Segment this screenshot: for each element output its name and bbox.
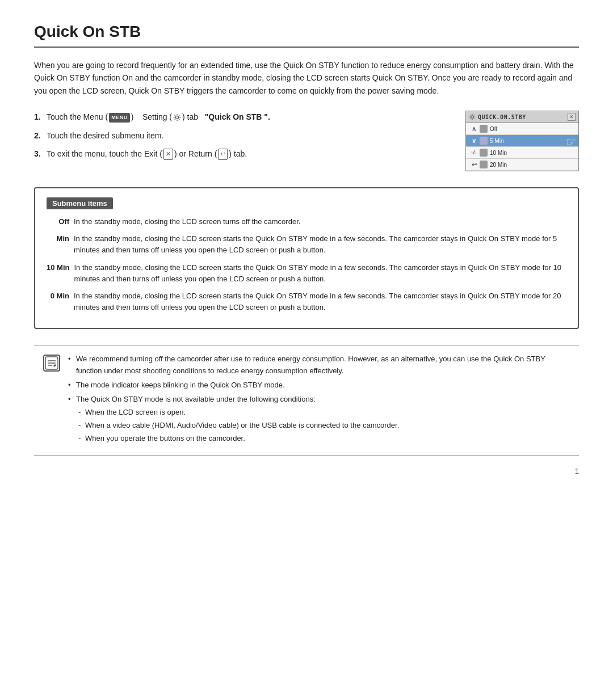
submenu-item-0min: 0 Min In the standby mode, closing the L… <box>47 290 566 313</box>
ui-row-20min-label: 20 Min <box>490 162 507 168</box>
submenu-item-min: Min In the standby mode, closing the LCD… <box>47 233 566 256</box>
ui-panel-title-text: QUICK.ON.STBY <box>478 114 526 120</box>
ui-row-5min-content: 5 Min <box>480 137 576 145</box>
ui-row-off-content: Off <box>480 125 576 133</box>
note-icon <box>43 355 60 372</box>
note-bullet-1: We recommend turning off the camcorder a… <box>68 353 570 377</box>
intro-paragraph: When you are going to record frequently … <box>34 59 579 97</box>
ui-panel: QUICK.ON.STBY ✕ ∧ Off ∨ 5 Min ☞ ↑/↓ <box>465 111 579 171</box>
step-3-content: To exit the menu, touch the Exit (✕) or … <box>47 147 448 160</box>
ui-panel-row-off[interactable]: ∧ Off <box>466 123 578 135</box>
page-title: Quick On STB <box>34 23 579 48</box>
ui-nav-return: ↩ <box>468 161 480 168</box>
ui-panel-row-10min[interactable]: ↑/↓ 10 Min <box>466 147 578 159</box>
note-sub-bullet-3: When you operate the buttons on the camc… <box>76 433 570 445</box>
ui-row-10min-content: 10 Min <box>480 149 576 157</box>
submenu-label-min: Min <box>47 233 69 256</box>
svg-point-1 <box>471 116 474 119</box>
ui-panel-header: QUICK.ON.STBY ✕ <box>466 111 578 123</box>
ui-panel-row-20min[interactable]: ↩ 20 Min <box>466 159 578 171</box>
note-content: We recommend turning off the camcorder a… <box>68 353 570 447</box>
ui-row-10min-label: 10 Min <box>490 150 507 156</box>
step-3-number: 3. <box>34 147 43 160</box>
ui-nav-up: ∧ <box>468 125 480 133</box>
step-1-content: Touch the Menu (MENU) Setting () tab "Qu… <box>47 111 448 123</box>
steps-section: 1. Touch the Menu (MENU) Setting () tab … <box>34 111 579 171</box>
ui-panel-close-button[interactable]: ✕ <box>568 113 576 121</box>
step-1-quoted: "Quick On STB ". <box>205 112 270 121</box>
note-bullets: We recommend turning off the camcorder a… <box>68 353 570 445</box>
step-3: 3. To exit the menu, touch the Exit (✕) … <box>34 147 448 160</box>
ui-nav-updown: ↑/↓ <box>468 150 480 155</box>
note-bullet-3: The Quick On STBY mode is not available … <box>68 394 570 445</box>
submenu-desc-0min: In the standby mode, closing the LCD scr… <box>74 290 566 313</box>
menu-icon: MENU <box>109 113 130 122</box>
submenu-desc-10min: In the standby mode, closing the LCD scr… <box>74 262 566 285</box>
pencil-note-icon <box>44 356 59 370</box>
page-number: 1 <box>34 467 579 475</box>
step-2-number: 2. <box>34 129 43 142</box>
exit-icon: ✕ <box>163 149 173 160</box>
submenu-item-10min: 10 Min In the standby mode, closing the … <box>47 262 566 285</box>
submenu-label-10min: 10 Min <box>47 262 69 285</box>
step-2: 2. Touch the desired submenu item. <box>34 129 448 142</box>
step-1: 1. Touch the Menu (MENU) Setting () tab … <box>34 111 448 123</box>
ui-panel-title: QUICK.ON.STBY <box>469 113 526 120</box>
ui-nav-down: ∨ <box>468 137 480 145</box>
ui-10min-icon <box>480 149 488 157</box>
ui-5min-icon <box>480 137 488 145</box>
note-sub-bullet-2: When a video cable (HDMI, Audio/Video ca… <box>76 420 570 432</box>
ui-row-off-label: Off <box>490 126 497 132</box>
submenu-label-off: Off <box>47 216 69 227</box>
submenu-desc-min: In the standby mode, closing the LCD scr… <box>74 233 566 256</box>
note-sub-bullets: When the LCD screen is open. When a vide… <box>76 407 570 444</box>
ui-panel-row-5min[interactable]: ∨ 5 Min ☞ <box>466 135 578 147</box>
submenu-title: Submenu items <box>47 197 113 209</box>
gear-icon <box>173 113 181 121</box>
submenu-desc-off: In the standby mode, closing the LCD scr… <box>74 216 566 227</box>
submenu-label-0min: 0 Min <box>47 290 69 313</box>
ui-row-20min-content: 20 Min <box>480 161 576 168</box>
settings-small-icon <box>469 113 476 120</box>
ui-row-5min-label: 5 Min <box>490 138 503 144</box>
return-icon: ↩ <box>218 149 228 160</box>
note-box: We recommend turning off the camcorder a… <box>34 345 579 456</box>
note-bullet-2: The mode indicator keeps blinking in the… <box>68 379 570 391</box>
submenu-item-off: Off In the standby mode, closing the LCD… <box>47 216 566 227</box>
submenu-box: Submenu items Off In the standby mode, c… <box>34 187 579 329</box>
note-sub-bullet-1: When the LCD screen is open. <box>76 407 570 419</box>
steps-list: 1. Touch the Menu (MENU) Setting () tab … <box>34 111 448 166</box>
step-1-number: 1. <box>34 111 43 123</box>
step-2-content: Touch the desired submenu item. <box>47 129 448 142</box>
svg-point-0 <box>175 116 178 119</box>
cursor-hand-icon: ☞ <box>566 135 576 149</box>
ui-20min-icon <box>480 161 488 168</box>
ui-off-icon <box>480 125 488 133</box>
